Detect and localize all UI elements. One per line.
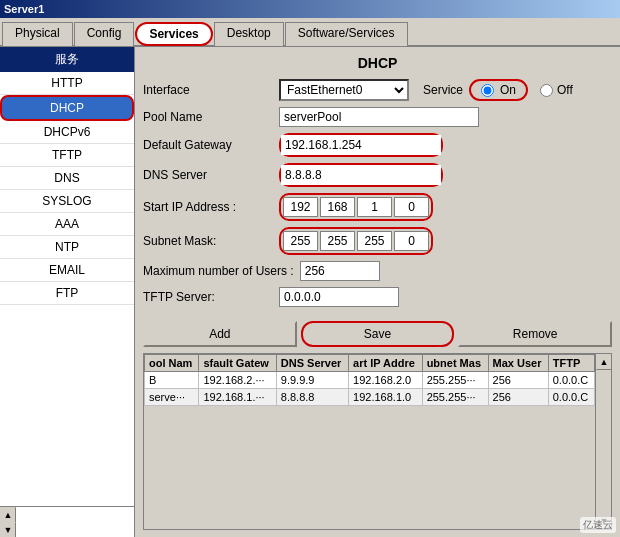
interface-label: Interface xyxy=(143,83,273,97)
dns-circle xyxy=(279,163,443,187)
service-off-group: Off xyxy=(540,83,573,97)
table-scrollbar: ▲ ▼ xyxy=(595,354,611,529)
max-users-row: Maximum number of Users : xyxy=(143,261,612,281)
buttons-row: Add Save Remove xyxy=(143,321,612,347)
col-pool-name: ool Nam xyxy=(145,355,199,372)
col-max-users: Max User xyxy=(488,355,548,372)
sidebar-item-aaa[interactable]: AAA xyxy=(0,213,134,236)
sidebar-item-ftp[interactable]: FTP xyxy=(0,282,134,305)
dns-server-label: DNS Server xyxy=(143,168,273,182)
row2-pool: serve··· xyxy=(145,389,199,406)
row2-dns: 8.8.8.8 xyxy=(276,389,348,406)
right-panel: DHCP Interface FastEthernet0 Service On … xyxy=(135,47,620,537)
tftp-server-input[interactable] xyxy=(279,287,399,307)
sidebar-item-dhcp[interactable]: DHCP xyxy=(0,95,134,121)
subnet-octet4[interactable] xyxy=(394,231,429,251)
sidebar-item-email[interactable]: EMAIL xyxy=(0,259,134,282)
tftp-server-label: TFTP Server: xyxy=(143,290,273,304)
row1-gateway: 192.168.2.··· xyxy=(199,372,276,389)
max-users-input[interactable] xyxy=(300,261,380,281)
start-ip-octet2[interactable] xyxy=(320,197,355,217)
interface-select[interactable]: FastEthernet0 xyxy=(279,79,409,101)
remove-button[interactable]: Remove xyxy=(458,321,612,347)
dns-server-input[interactable] xyxy=(281,165,441,185)
row1-dns: 9.9.9.9 xyxy=(276,372,348,389)
pool-name-label: Pool Name xyxy=(143,110,273,124)
service-off-radio[interactable] xyxy=(540,84,553,97)
col-gateway: sfault Gatew xyxy=(199,355,276,372)
col-start-ip: art IP Addre xyxy=(349,355,423,372)
sidebar-scroll-up[interactable]: ▲ xyxy=(0,507,16,523)
save-button[interactable]: Save xyxy=(301,321,455,347)
sidebar-scroll-down[interactable]: ▼ xyxy=(0,522,16,537)
panel-title: DHCP xyxy=(143,55,612,71)
row2-start-ip: 192.168.1.0 xyxy=(349,389,423,406)
main-content: 服务 HTTP DHCP DHCPv6 TFTP DNS xyxy=(0,47,620,537)
row1-start-ip: 192.168.2.0 xyxy=(349,372,423,389)
start-ip-circle xyxy=(279,193,433,221)
sidebar: 服务 HTTP DHCP DHCPv6 TFTP DNS xyxy=(0,47,135,537)
table-row: serve··· 192.168.1.··· 8.8.8.8 192.168.1… xyxy=(145,389,595,406)
row1-pool: B xyxy=(145,372,199,389)
tab-config[interactable]: Config xyxy=(74,22,135,46)
sidebar-scroll[interactable]: HTTP DHCP DHCPv6 TFTP DNS SYSLOG xyxy=(0,72,134,506)
sidebar-header: 服务 xyxy=(0,47,134,72)
tab-bar: Physical Config Services Desktop Softwar… xyxy=(0,18,620,47)
tab-software-services[interactable]: Software/Services xyxy=(285,22,408,46)
service-label: Service xyxy=(423,83,463,97)
subnet-octet3[interactable] xyxy=(357,231,392,251)
sidebar-item-ntp[interactable]: NTP xyxy=(0,236,134,259)
tab-physical[interactable]: Physical xyxy=(2,22,73,46)
subnet-octet1[interactable] xyxy=(283,231,318,251)
pool-name-row: Pool Name xyxy=(143,107,612,127)
row1-mask: 255.255··· xyxy=(422,372,488,389)
table-scroll-up[interactable]: ▲ xyxy=(596,354,612,370)
default-gateway-input[interactable] xyxy=(281,135,441,155)
pool-name-input[interactable] xyxy=(279,107,479,127)
gateway-circle xyxy=(279,133,443,157)
service-on-label: On xyxy=(500,83,516,97)
col-subnet: ubnet Mas xyxy=(422,355,488,372)
table-hscrollbar: ◄ xyxy=(144,529,611,530)
table-hscroll-left[interactable]: ◄ xyxy=(144,530,160,531)
row2-mask: 255.255··· xyxy=(422,389,488,406)
table-row: B 192.168.2.··· 9.9.9.9 192.168.2.0 255.… xyxy=(145,372,595,389)
start-ip-octet1[interactable] xyxy=(283,197,318,217)
start-ip-octet4[interactable] xyxy=(394,197,429,217)
table-container: ool Nam sfault Gatew DNS Server art IP A… xyxy=(143,353,612,530)
subnet-octet2[interactable] xyxy=(320,231,355,251)
sidebar-item-dns[interactable]: DNS xyxy=(0,167,134,190)
service-on-radio[interactable] xyxy=(481,84,494,97)
dns-server-row: DNS Server xyxy=(143,163,612,187)
title-bar: Server1 xyxy=(0,0,620,18)
add-button[interactable]: Add xyxy=(143,321,297,347)
start-ip-row: Start IP Address : xyxy=(143,193,612,221)
row2-tftp: 0.0.0.C xyxy=(548,389,594,406)
sidebar-item-tftp[interactable]: TFTP xyxy=(0,144,134,167)
sidebar-item-http[interactable]: HTTP xyxy=(0,72,134,95)
start-ip-octet3[interactable] xyxy=(357,197,392,217)
interface-row: Interface FastEthernet0 Service On Off xyxy=(143,79,612,101)
col-dns: DNS Server xyxy=(276,355,348,372)
row2-gateway: 192.168.1.··· xyxy=(199,389,276,406)
default-gateway-label: Default Gateway xyxy=(143,138,273,152)
col-tftp: TFTP xyxy=(548,355,594,372)
row2-maxusers: 256 xyxy=(488,389,548,406)
tab-desktop[interactable]: Desktop xyxy=(214,22,284,46)
sidebar-item-syslog[interactable]: SYSLOG xyxy=(0,190,134,213)
service-on-circle: On xyxy=(469,79,528,101)
subnet-mask-label: Subnet Mask: xyxy=(143,234,273,248)
max-users-label: Maximum number of Users : xyxy=(143,264,294,278)
data-table: ool Nam sfault Gatew DNS Server art IP A… xyxy=(144,354,595,406)
row1-maxusers: 256 xyxy=(488,372,548,389)
subnet-mask-row: Subnet Mask: xyxy=(143,227,612,255)
sidebar-item-dhcpv6[interactable]: DHCPv6 xyxy=(0,121,134,144)
subnet-mask-circle xyxy=(279,227,433,255)
start-ip-label: Start IP Address : xyxy=(143,200,273,214)
default-gateway-row: Default Gateway xyxy=(143,133,612,157)
title-text: Server1 xyxy=(4,3,44,15)
watermark: 亿速云 xyxy=(580,517,616,533)
tab-services[interactable]: Services xyxy=(135,22,212,46)
row1-tftp: 0.0.0.C xyxy=(548,372,594,389)
service-off-label: Off xyxy=(557,83,573,97)
